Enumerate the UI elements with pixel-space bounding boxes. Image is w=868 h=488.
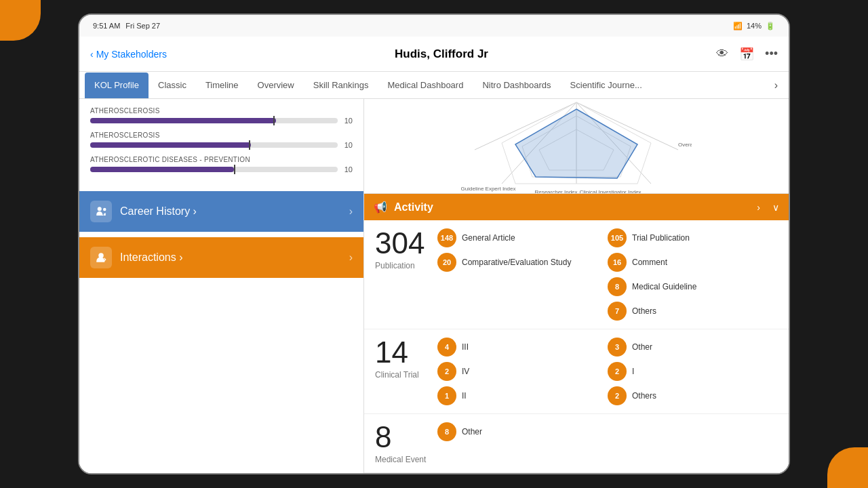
nav-tabs: KOL Profile Classic Timeline Overview Sk… [79,72,789,99]
publication-count: 304 [375,228,425,258]
skill-bar-1: 10 [90,117,353,125]
label-comment: Comment [632,258,667,267]
radar-chart: Guideline Expert Index Researcher Index … [461,99,692,194]
status-bar-left: 9:51 AM Fri Sep 27 [93,22,160,30]
calendar-icon[interactable]: 📅 [739,47,754,62]
tab-nitro-dashboards[interactable]: Nitro Dashboards [473,73,560,100]
skill-score-3: 10 [342,165,353,174]
clinical-col-left: 4 III 2 IV 1 II [437,338,608,405]
tab-scientific-journal[interactable]: Scientific Journe... [561,73,652,100]
pub-item-comment: 16 Comment [608,253,778,272]
svg-text:Researcher Index: Researcher Index [534,189,577,195]
clinical-trial-section: 14 Clinical Trial 4 III 2 [364,329,789,414]
medical-number: 8 Medical Event [375,422,429,464]
tab-classic[interactable]: Classic [149,73,196,100]
label-other-me: Other [462,427,482,436]
content-area: ATHEROSCLEROSIS 10 ATHEROSCLEROSIS [79,99,789,473]
publication-items: 148 General Article 20 Comparative/Evalu… [437,228,778,321]
publication-number: 304 Publication [375,228,429,321]
tab-kol-profile[interactable]: KOL Profile [85,73,149,100]
label-trial-pub: Trial Publication [632,233,690,243]
clinical-label: Clinical Trial [375,370,419,380]
skills-section: ATHEROSCLEROSIS 10 ATHEROSCLEROSIS [79,99,363,188]
skill-marker-3 [234,165,235,174]
label-ii: II [462,391,467,401]
skill-bar-fill-1 [90,118,276,123]
badge-8-med: 8 [608,277,627,296]
ct-item-ii: 1 II [437,386,608,405]
app-container: ‹ My Stakeholders Hudis, Clifford Jr 👁 📅… [79,37,789,473]
status-bar: 9:51 AM Fri Sep 27 📶 14% 🔋 [79,15,789,37]
eye-icon[interactable]: 👁 [716,47,728,61]
ct-item-others: 2 Others [608,386,778,405]
interactions-svg-icon [95,251,107,264]
svg-text:Clinical Investigator Index: Clinical Investigator Index [579,189,641,195]
medical-items: 8 Other [437,422,778,464]
status-bar-right: 📶 14% 🔋 [733,22,775,30]
skill-bar-fill-2 [90,142,251,148]
skill-bar-track-1 [90,118,338,123]
activity-header[interactable]: 📢 Activity › ∨ [364,194,789,220]
pub-item-guideline: 8 Medical Guideline [608,277,778,296]
badge-2-i: 2 [608,362,627,381]
pub-item-others: 7 Others [608,302,778,321]
corner-tl [0,0,41,41]
publication-section: 304 Publication 148 General Article 20 [364,220,789,329]
device-frame: 9:51 AM Fri Sep 27 📶 14% 🔋 ‹ My Stakehol… [78,14,790,474]
badge-16: 16 [608,253,627,272]
more-icon[interactable]: ••• [765,47,778,61]
skill-label-2: ATHEROSCLEROSIS [90,131,353,139]
header-icons: 👁 📅 ••• [716,47,778,62]
skill-marker-2 [249,140,250,150]
activity-arrow-icon: › [757,202,760,213]
badge-20: 20 [437,253,456,272]
pub-item-general: 148 General Article [437,228,608,247]
label-others-pub: Others [632,306,656,316]
skill-bar-3: 10 [90,165,353,174]
skill-bar-track-2 [90,142,338,148]
medical-col-right [608,422,778,464]
badge-4: 4 [437,338,456,357]
tab-overview[interactable]: Overview [248,73,304,100]
skill-bar-2: 10 [90,141,353,149]
skill-marker-1 [273,116,275,125]
interactions-arrow: › [349,251,353,264]
career-history-button[interactable]: Career History › › [79,191,363,232]
left-panel: ATHEROSCLEROSIS 10 ATHEROSCLEROSIS [79,99,364,473]
activity-content: 304 Publication 148 General Article 20 [364,220,789,473]
interactions-button[interactable]: Interactions › › [79,237,363,278]
badge-148: 148 [437,228,456,247]
tab-skill-rankings[interactable]: Skill Rankings [304,73,378,100]
back-label[interactable]: My Stakeholders [96,49,167,60]
skill-score-2: 10 [342,141,353,149]
battery-level: 14% [747,22,762,30]
pub-item-comparative: 20 Comparative/Evaluation Study [437,253,608,272]
svg-text:Overall Index: Overall Index [678,142,692,148]
tab-medical-dashboard[interactable]: Medical Dashboard [378,73,473,100]
tab-more-icon[interactable]: › [769,79,783,92]
badge-7: 7 [608,302,627,321]
clinical-number: 14 Clinical Trial [375,338,429,405]
label-med-guideline: Medical Guideline [632,282,696,291]
interactions-icon [90,247,112,268]
badge-8-other: 8 [437,422,456,441]
tab-timeline[interactable]: Timeline [196,73,248,100]
career-svg-icon [95,205,107,218]
skill-label-1: ATHEROSCLEROSIS [90,107,353,115]
right-panel: Guideline Expert Index Researcher Index … [364,99,789,473]
medical-label: Medical Event [375,455,426,464]
label-i: I [632,367,634,376]
label-other-ct: Other [632,342,652,352]
skill-bar-fill-3 [90,167,234,172]
label-others-ct: Others [632,391,656,401]
corner-br [827,447,868,488]
activity-collapse-icon[interactable]: ∨ [772,202,779,213]
app-header: ‹ My Stakeholders Hudis, Clifford Jr 👁 📅… [79,37,789,72]
megaphone-icon: 📢 [374,201,387,214]
interactions-label: Interactions › [120,251,349,264]
header-title: Hudis, Clifford Jr [395,47,488,61]
back-nav[interactable]: ‹ My Stakeholders [90,49,167,60]
battery-icon: 🔋 [766,22,775,30]
career-history-label: Career History › [120,205,349,218]
medical-event-section: 8 Medical Event 8 Other [364,414,789,473]
